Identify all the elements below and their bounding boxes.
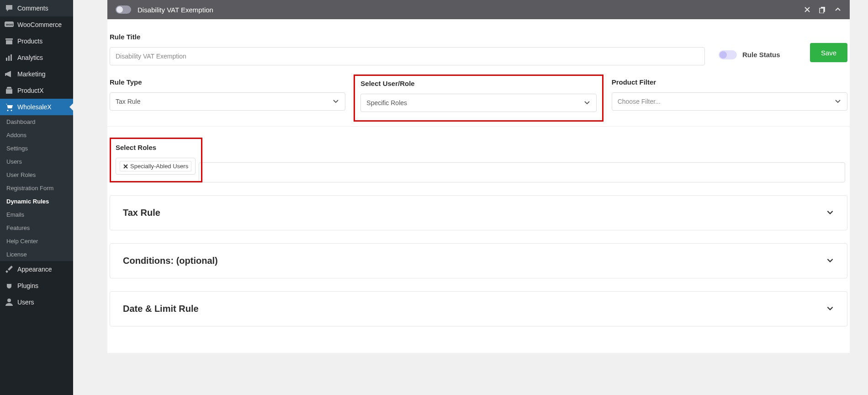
sidebar-label: WholesaleX [17,103,52,111]
chevron-down-icon [826,256,834,266]
rule-type-select[interactable]: Tax Rule [110,92,345,111]
sidebar-label: Plugins [17,282,38,289]
rule-panel: Disability VAT Exemption Rule Title Dis [107,0,850,353]
sidebar-item-marketing[interactable]: Marketing [0,66,73,82]
accordion-title: Conditions: (optional) [123,256,218,266]
sidebar-item-plugins[interactable]: Plugins [0,278,73,294]
svg-rect-4 [6,58,7,61]
megaphone-icon [5,69,14,79]
archive-icon [5,37,14,46]
submenu-user-roles[interactable]: User Roles [0,168,73,181]
submenu-addons[interactable]: Addons [0,128,73,142]
group-select-user-role: Select User/Role Specific Roles [354,75,603,122]
rule-type-value: Tax Rule [116,98,140,105]
submenu-users[interactable]: Users [0,155,73,168]
role-tag: Specially-Abled Users [120,161,191,171]
woo-icon: woo [5,20,14,29]
row-selectors: Rule Type Tax Rule Select User/Role Spec… [107,78,850,127]
role-tag-label: Specially-Abled Users [130,163,188,170]
group-product-filter: Product Filter Choose Filter... [612,78,847,113]
panel-toggle[interactable] [116,5,131,14]
select-user-select[interactable]: Specific Roles [360,94,596,112]
rule-title-value: Disability VAT Exemption [116,53,186,60]
submenu-settings[interactable]: Settings [0,142,73,155]
sidebar-label: ProductX [17,87,44,94]
sidebar-item-productx[interactable]: ProductX [0,82,73,99]
sidebar-item-wholesalex[interactable]: WholesaleX [0,99,73,115]
group-rule-type: Rule Type Tax Rule [110,78,345,113]
panel-actions [804,6,842,13]
sidebar-item-woocommerce[interactable]: woo WooCommerce [0,16,73,33]
row-title: Rule Title Disability VAT Exemption Rule… [107,33,850,78]
accordion-title: Date & Limit Rule [123,304,199,314]
submenu-dashboard[interactable]: Dashboard [0,115,73,128]
rule-status-toggle[interactable] [719,50,737,59]
sidebar-label: WooCommerce [17,21,62,28]
chevron-down-icon [826,208,834,218]
svg-point-7 [7,299,11,302]
user-icon [5,298,14,307]
svg-rect-6 [11,54,12,61]
group-rule-status: Rule Status [719,33,796,65]
rule-title-input[interactable]: Disability VAT Exemption [110,47,705,65]
cart-icon [5,102,14,112]
roles-input-extension[interactable] [199,162,845,182]
accordion-date-limit[interactable]: Date & Limit Rule [110,291,847,326]
select-roles-highlight: Select Roles Specially-Abled Users [110,138,202,182]
select-user-label: Select User/Role [360,80,596,87]
rule-title-label: Rule Title [110,33,705,41]
close-icon[interactable] [804,6,810,13]
submenu-registration-form[interactable]: Registration Form [0,181,73,195]
chevron-down-icon [834,97,842,106]
select-roles-label: Select Roles [116,144,196,151]
submenu-dynamic-rules[interactable]: Dynamic Rules [0,195,73,208]
submenu-features[interactable]: Features [0,221,73,235]
rule-type-label: Rule Type [110,78,345,86]
product-filter-select[interactable]: Choose Filter... [612,92,847,111]
chevron-up-icon[interactable] [834,6,842,13]
main-content: Disability VAT Exemption Rule Title Dis [73,0,868,395]
save-button[interactable]: Save [810,43,847,62]
submenu-license[interactable]: License [0,248,73,261]
accordion-title: Tax Rule [123,208,160,218]
svg-rect-9 [820,8,824,13]
copy-icon[interactable] [819,6,826,13]
sidebar-submenu: Dashboard Addons Settings Users User Rol… [0,115,73,261]
remove-tag-icon[interactable] [123,164,128,169]
svg-text:woo: woo [5,22,13,27]
chart-icon [5,53,14,62]
sidebar-item-comments[interactable]: Comments [0,0,73,16]
sidebar-label: Users [17,299,34,306]
sidebar-item-analytics[interactable]: Analytics [0,49,73,66]
submenu-help-center[interactable]: Help Center [0,235,73,248]
group-rule-title: Rule Title Disability VAT Exemption [110,33,705,65]
admin-sidebar: Comments woo WooCommerce Products Analyt… [0,0,73,395]
svg-rect-2 [5,38,13,40]
shopping-icon [5,86,14,95]
sidebar-item-products[interactable]: Products [0,33,73,49]
sidebar-item-users[interactable]: Users [0,294,73,310]
comment-icon [5,4,14,13]
select-user-value: Specific Roles [366,99,407,107]
product-filter-value: Choose Filter... [618,98,661,105]
sidebar-label: Analytics [17,54,43,61]
plug-icon [5,281,14,290]
sidebar-label: Marketing [17,70,45,78]
roles-tag-input[interactable]: Specially-Abled Users [116,158,196,175]
chevron-down-icon [826,304,834,314]
accordion-tax-rule[interactable]: Tax Rule [110,195,847,230]
panel-body: Rule Title Disability VAT Exemption Rule… [107,19,850,353]
sidebar-label: Products [17,37,42,45]
panel-header: Disability VAT Exemption [107,0,850,19]
svg-rect-5 [8,56,10,61]
chevron-down-icon [332,97,339,106]
sidebar-label: Appearance [17,266,52,273]
accordion-conditions[interactable]: Conditions: (optional) [110,243,847,278]
brush-icon [5,265,14,274]
row-roles: Select Roles Specially-Abled Users [107,127,850,195]
submenu-emails[interactable]: Emails [0,208,73,221]
rule-status-label: Rule Status [742,51,780,59]
product-filter-label: Product Filter [612,78,847,86]
sidebar-item-appearance[interactable]: Appearance [0,261,73,278]
svg-rect-3 [6,40,12,44]
